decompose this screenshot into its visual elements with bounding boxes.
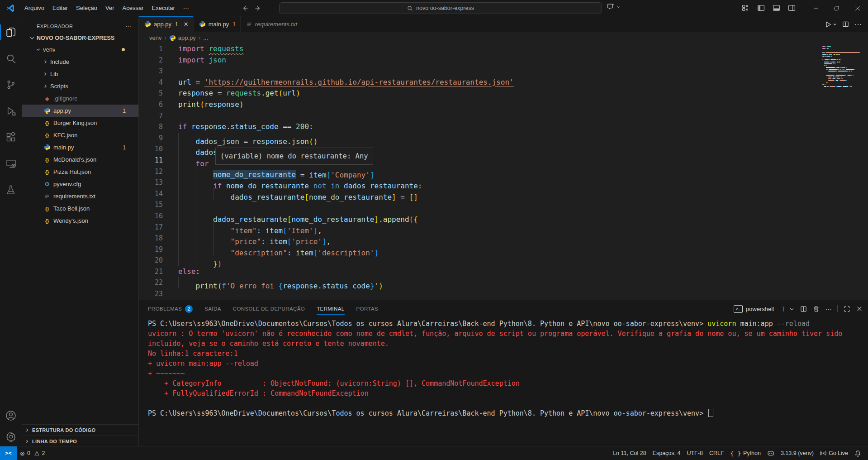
activity-explorer-icon[interactable]	[0, 19, 22, 45]
tab-app-py[interactable]: app.py1✕	[139, 16, 194, 32]
code-token: '	[375, 282, 379, 290]
terminal-output[interactable]: PS C:\Users\ss963\OneDrive\Documentos\Cu…	[139, 317, 868, 447]
status-eol[interactable]: CRLF	[706, 446, 727, 460]
txt-icon	[246, 21, 252, 28]
tab-main-py[interactable]: main.py1	[194, 16, 241, 32]
line-content: url = 'https://guilhermeonrails.github.i…	[178, 77, 514, 88]
minimap-token	[836, 75, 845, 76]
tree-folder-lib[interactable]: Lib	[22, 68, 138, 80]
terminal-shell-label[interactable]: powershell	[746, 306, 774, 312]
activity-search-icon[interactable]	[0, 45, 22, 72]
panel-tab-terminal[interactable]: TERMINAL	[317, 300, 344, 317]
activity-extensions-icon[interactable]	[0, 124, 22, 150]
indent-guide	[178, 255, 196, 266]
indent-guide	[213, 233, 231, 244]
tree-file-kfc.json[interactable]: {}KFC.json	[22, 129, 138, 141]
tree-folder-scripts[interactable]: Scripts	[22, 80, 138, 92]
split-editor-icon[interactable]	[842, 21, 849, 28]
activity-source-control-icon[interactable]	[0, 72, 22, 98]
toggle-secondary-sidebar-icon[interactable]	[788, 4, 796, 12]
status-language-mode[interactable]: { }Python	[727, 446, 764, 460]
breadcrumb-item[interactable]: app.py	[169, 34, 196, 41]
tree-file-app.py[interactable]: app.py1	[22, 105, 138, 117]
window-restore-button[interactable]	[826, 0, 847, 16]
tab-requirements-txt[interactable]: requirements.txt	[241, 16, 302, 32]
problems-status[interactable]: ⊗0⚠2	[17, 446, 48, 460]
activity-remote-explorer-icon[interactable]	[0, 150, 22, 177]
kill-terminal-icon[interactable]	[813, 306, 820, 312]
status-indentation[interactable]: Espaços: 4	[650, 446, 684, 460]
code-token: dados_restaurante	[231, 192, 305, 201]
tree-file-wendy-s.json[interactable]: {}Wendy’s.json	[22, 215, 138, 227]
activity-settings-icon[interactable]	[0, 426, 22, 447]
status-copilot[interactable]	[764, 446, 778, 460]
status-encoding[interactable]: UTF-8	[683, 446, 706, 460]
status-python-interpreter[interactable]: 3.13.9 (venv)	[778, 446, 817, 460]
minimap-line	[822, 62, 864, 62]
activity-run-and-debug-icon[interactable]	[0, 98, 22, 124]
tab-close-icon[interactable]: ✕	[184, 21, 189, 28]
editor-more-actions-icon[interactable]: ···	[854, 20, 862, 29]
panel-tab-problemas[interactable]: PROBLEMAS2	[148, 300, 193, 317]
panel-tab-portas[interactable]: PORTAS	[356, 300, 379, 317]
code-token: (	[218, 282, 222, 290]
minimap-token	[824, 63, 832, 64]
menu-ver[interactable]: Ver	[101, 0, 119, 16]
remote-indicator[interactable]: ><	[0, 446, 17, 460]
close-panel-icon[interactable]	[856, 306, 863, 312]
tree-file-mcdonald-s.json[interactable]: {}McDonald’s.json	[22, 153, 138, 166]
toggle-primary-sidebar-icon[interactable]	[757, 4, 765, 12]
explorer-more-actions-icon[interactable]: ···	[126, 24, 131, 29]
command-center-search[interactable]: novo oo-sabor-express	[279, 2, 602, 14]
window-close-button[interactable]	[847, 0, 868, 16]
status-cursor-position[interactable]: Ln 11, Col 28	[610, 446, 649, 460]
tree-file-pyvenv.cfg[interactable]: ⚙pyvenv.cfg	[22, 178, 138, 190]
toggle-panel-icon[interactable]	[773, 4, 780, 12]
hover-tooltip: (variable) nome_do_restaurante: Any	[215, 148, 373, 165]
tree-file-requirements.txt[interactable]: requirements.txt	[22, 190, 138, 202]
status-go-live[interactable]: Go Live	[817, 446, 851, 460]
tree-file-pizza-hut.json[interactable]: {}Pizza Hut.json	[22, 166, 138, 178]
customize-layout-icon[interactable]	[742, 4, 749, 12]
menu-editar[interactable]: Editar	[48, 0, 72, 16]
menu-arquivo[interactable]: Arquivo	[20, 0, 48, 16]
menu-executar[interactable]: Executar	[148, 0, 179, 16]
activity-testing-icon[interactable]	[0, 177, 22, 203]
menu-seleo[interactable]: Seleção	[72, 0, 101, 16]
menu-overflow[interactable]: ···	[179, 0, 193, 16]
status-notifications[interactable]	[851, 446, 864, 460]
tree-file-taco-bell.json[interactable]: {}Taco Bell.json	[22, 202, 138, 215]
maximize-panel-icon[interactable]	[844, 306, 850, 312]
code-token: .	[379, 215, 383, 224]
history-forward-icon[interactable]	[255, 5, 262, 12]
new-terminal-icon[interactable]	[780, 306, 787, 312]
tree-file-.gitignore[interactable]: ◆.gitignore	[22, 92, 138, 105]
breadcrumb-item[interactable]: ...	[203, 34, 208, 41]
panel-tab-sa-da[interactable]: SAÍDA	[204, 300, 221, 317]
section-estrutura-do-c-digo[interactable]: ESTRUTURA DO CÓDIGO	[22, 424, 138, 436]
launch-profile-chevron-icon[interactable]	[789, 307, 794, 311]
status-bar: >< ⊗0⚠2 Ln 11, Col 28Espaços: 4UTF-8CRLF…	[0, 446, 868, 460]
minimap-token	[836, 54, 837, 55]
code-editor[interactable]: 1import requests2import json34url = 'htt…	[139, 43, 868, 300]
line-number: 22	[139, 277, 163, 288]
tree-folder-venv[interactable]: venv	[22, 43, 138, 56]
tree-folder-include[interactable]: Include	[22, 56, 138, 68]
menu-acessar[interactable]: Acessar	[119, 0, 148, 16]
run-python-file-icon[interactable]	[825, 21, 837, 28]
split-terminal-icon[interactable]	[800, 306, 807, 312]
copilot-button[interactable]	[607, 3, 621, 10]
section-linha-do-tempo[interactable]: LINHA DO TEMPO	[22, 436, 138, 447]
history-back-icon[interactable]	[241, 5, 248, 12]
activity-accounts-icon[interactable]	[0, 405, 22, 426]
project-root-row[interactable]: NOVO OO-SABOR-EXPRESS	[22, 32, 138, 43]
window-minimize-button[interactable]	[806, 0, 826, 16]
breadcrumb-item[interactable]: venv	[149, 34, 161, 41]
panel-tab-console-de-depura-o[interactable]: CONSOLE DE DEPURAÇÃO	[233, 300, 305, 317]
tree-file-burger-king.json[interactable]: {}Burger King.json	[22, 117, 138, 129]
tree-file-main.py[interactable]: main.py1	[22, 141, 138, 153]
terminal-more-actions-icon[interactable]: ···	[825, 306, 831, 312]
minimap-line	[822, 69, 864, 70]
minimap[interactable]	[822, 46, 864, 90]
indent-guide	[178, 177, 196, 188]
